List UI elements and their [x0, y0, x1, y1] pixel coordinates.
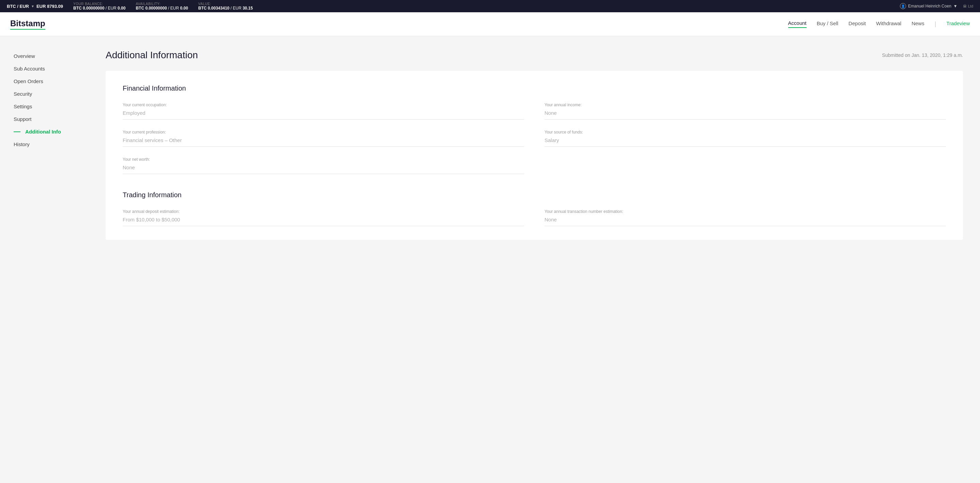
- sidebar-item-overview[interactable]: Overview: [14, 50, 89, 62]
- balance-label: YOUR BALANCE:: [73, 2, 126, 6]
- nav-tradeview[interactable]: Tradeview: [946, 21, 970, 28]
- value-value: BTC 0.00343410 / EUR 30.15: [198, 6, 253, 11]
- sidebar-label-overview: Overview: [14, 53, 35, 59]
- availability-section: AVAILABILITY: BTC 0.00000000 / EUR 0.00: [135, 2, 188, 11]
- net-worth-field: Your net worth: None: [123, 157, 524, 174]
- sidebar-item-history[interactable]: History: [14, 138, 89, 151]
- transaction-estimation-label: Your annual transaction number estimatio…: [544, 209, 946, 214]
- sidebar-label-support: Support: [14, 116, 32, 122]
- top-bar-right: 👤 Emanuel Heinrich Coen ▼ 🏛 Ltd: [900, 3, 973, 9]
- nav-deposit[interactable]: Deposit: [848, 21, 866, 28]
- sidebar-item-support[interactable]: Support: [14, 113, 89, 126]
- occupation-value: Employed: [123, 110, 524, 119]
- profession-value: Financial services – Other: [123, 137, 524, 147]
- annual-income-label: Your annual income:: [544, 103, 946, 107]
- deposit-estimation-field: Your annual deposit estimation: From $10…: [123, 209, 524, 226]
- nav-buy-sell[interactable]: Buy / Sell: [817, 21, 838, 28]
- source-of-funds-value: Salary: [544, 137, 946, 147]
- user-name: Emanuel Heinrich Coen: [908, 4, 951, 8]
- logo[interactable]: Bitstamp: [10, 19, 45, 30]
- sidebar-label-additional-info: Additional Info: [25, 129, 61, 135]
- profession-label: Your current profession:: [123, 130, 524, 135]
- pair-selector[interactable]: BTC / EUR ▼ EUR 8793.09: [7, 4, 63, 9]
- value-section: VALUE: BTC 0.00343410 / EUR 30.15: [198, 2, 253, 11]
- sidebar-label-sub-accounts: Sub Accounts: [14, 66, 45, 71]
- occupation-label: Your current occupation:: [123, 103, 524, 107]
- net-worth-value: None: [123, 165, 524, 174]
- pair-chevron: ▼: [31, 5, 34, 8]
- sidebar-item-additional-info[interactable]: Additional Info: [14, 126, 89, 138]
- sidebar-label-security: Security: [14, 91, 32, 97]
- sidebar-item-settings[interactable]: Settings: [14, 100, 89, 113]
- main-content: Additional Information Submitted on Jan.…: [89, 36, 980, 483]
- ltd-badge: 🏛 Ltd: [963, 4, 973, 8]
- sidebar-label-settings: Settings: [14, 103, 32, 109]
- balance-value: BTC 0.00000000 / EUR 0.00: [73, 6, 126, 11]
- top-bar: BTC / EUR ▼ EUR 8793.09 YOUR BALANCE: BT…: [0, 0, 980, 12]
- submitted-text: Submitted on Jan. 13, 2020, 1:29 a.m.: [882, 52, 963, 58]
- nav-news[interactable]: News: [912, 21, 924, 28]
- user-menu[interactable]: 👤 Emanuel Heinrich Coen ▼: [900, 3, 958, 9]
- financial-section-title: Financial Information: [123, 84, 946, 92]
- sidebar-label-history: History: [14, 141, 30, 147]
- sidebar: Overview Sub Accounts Open Orders Securi…: [0, 36, 89, 483]
- occupation-field: Your current occupation: Employed: [123, 103, 524, 119]
- source-of-funds-field: Your source of funds: Salary: [544, 130, 946, 147]
- net-worth-label: Your net worth:: [123, 157, 524, 162]
- nav-account[interactable]: Account: [788, 20, 807, 28]
- sidebar-item-security[interactable]: Security: [14, 87, 89, 100]
- nav-separator: |: [935, 21, 936, 28]
- deposit-estimation-value: From $10,000 to $50,000: [123, 217, 524, 226]
- availability-label: AVAILABILITY:: [135, 2, 188, 6]
- content-card: Financial Information Your current occup…: [106, 71, 963, 240]
- ltd-label: Ltd: [968, 4, 973, 8]
- annual-income-field: Your annual income: None: [544, 103, 946, 119]
- availability-value: BTC 0.00000000 / EUR 0.00: [135, 6, 188, 11]
- balance-section: YOUR BALANCE: BTC 0.00000000 / EUR 0.00: [73, 2, 126, 11]
- value-label: VALUE:: [198, 2, 253, 6]
- sidebar-label-open-orders: Open Orders: [14, 78, 43, 84]
- page-body: Overview Sub Accounts Open Orders Securi…: [0, 36, 980, 483]
- source-of-funds-label: Your source of funds:: [544, 130, 946, 135]
- page-header: Additional Information Submitted on Jan.…: [106, 50, 963, 60]
- nav-withdrawal[interactable]: Withdrawal: [876, 21, 901, 28]
- pair-price: EUR 8793.09: [37, 4, 63, 9]
- financial-fields-grid: Your current occupation: Employed Your a…: [123, 103, 946, 174]
- profession-field: Your current profession: Financial servi…: [123, 130, 524, 147]
- page-title: Additional Information: [106, 50, 198, 60]
- deposit-estimation-label: Your annual deposit estimation:: [123, 209, 524, 214]
- transaction-estimation-value: None: [544, 217, 946, 226]
- trading-fields-grid: Your annual deposit estimation: From $10…: [123, 209, 946, 226]
- transaction-estimation-field: Your annual transaction number estimatio…: [544, 209, 946, 226]
- user-chevron: ▼: [953, 4, 958, 8]
- sidebar-item-sub-accounts[interactable]: Sub Accounts: [14, 62, 89, 75]
- pair-label: BTC / EUR: [7, 4, 29, 9]
- trading-section-title: Trading Information: [123, 191, 946, 199]
- user-icon: 👤: [900, 3, 906, 9]
- annual-income-value: None: [544, 110, 946, 119]
- header: Bitstamp Account Buy / Sell Deposit With…: [0, 12, 980, 36]
- main-nav: Account Buy / Sell Deposit Withdrawal Ne…: [788, 20, 970, 28]
- sidebar-item-open-orders[interactable]: Open Orders: [14, 75, 89, 87]
